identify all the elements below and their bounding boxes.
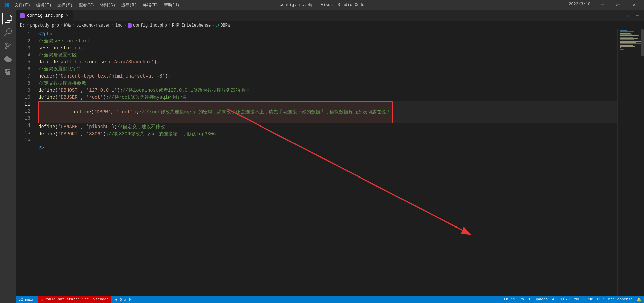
- notification-icon[interactable]: 🔔: [637, 297, 641, 302]
- git-icon[interactable]: [2, 40, 14, 52]
- main-layout: config.inc.php × ⟁ ⋯ D: › phpstudy_pro ›…: [0, 10, 644, 303]
- errors-count[interactable]: ⊗ 0 ⚠ 0: [115, 297, 131, 302]
- extensions-icon[interactable]: [2, 66, 14, 79]
- breadcrumb: D: › phpstudy_pro › WWW › pikachu-master…: [16, 22, 644, 29]
- close-button[interactable]: ✕: [626, 0, 641, 10]
- tab-filename: config.inc.php: [27, 13, 63, 18]
- language-status[interactable]: PHP: [587, 297, 593, 301]
- encoding-status[interactable]: UTF-8: [558, 297, 570, 301]
- line-ending-status[interactable]: CRLF: [574, 297, 582, 301]
- breadcrumb-drive[interactable]: D:: [20, 23, 25, 28]
- git-branch-status[interactable]: ⎇ main: [19, 297, 34, 302]
- active-tab[interactable]: config.inc.php ×: [16, 10, 73, 21]
- breadcrumb-filename[interactable]: config.inc.php: [133, 23, 167, 28]
- more-tabs-button[interactable]: ⋯: [633, 12, 641, 20]
- error-status[interactable]: ⊗ Could not start: See 'vscode': [38, 296, 111, 303]
- menu-terminal[interactable]: 终端(T): [140, 2, 161, 9]
- breadcrumb-pikachu[interactable]: pikachu-master: [76, 23, 110, 28]
- title-bar-left: 文件(F) 编辑(E) 选择(S) 查看(V) 转到(G) 运行(R) 终端(T…: [3, 2, 182, 9]
- minimize-button[interactable]: ─: [595, 0, 610, 10]
- status-bar-right: Ln 11, Col 1 Spaces: 4 UTF-8 CRLF PHP PH…: [504, 297, 642, 302]
- menu-help[interactable]: 帮助(H): [161, 2, 182, 9]
- code-line-12: define('DBNAME', 'pikachu');//自定义，建议不修改: [38, 123, 617, 131]
- code-line-3: session_start();: [38, 45, 617, 52]
- window-title: config.inc.php - Visual Studio Code: [280, 3, 364, 7]
- vscode-icon: [4, 2, 9, 8]
- code-line-10: define('DBUSER', 'root');//将root修改为连接mys…: [38, 94, 617, 101]
- spaces-status[interactable]: Spaces: 4: [535, 297, 554, 301]
- code-line-15: ?>: [38, 145, 617, 152]
- menu-run[interactable]: 运行(R): [119, 2, 140, 9]
- code-line-14: [38, 138, 617, 145]
- intelephense-status[interactable]: PHP Intelephense: [597, 297, 633, 301]
- status-bar-left: ⎇ main ⊗ Could not start: See 'vscode' ⊗…: [19, 296, 131, 303]
- code-line-4: //全局居设置时区: [38, 52, 617, 59]
- breadcrumb-www[interactable]: WWW: [64, 23, 71, 28]
- breadcrumb-file-icon: [128, 23, 132, 28]
- cursor-position[interactable]: Ln 11, Col 1: [504, 297, 531, 301]
- minimap: [617, 29, 644, 296]
- vertical-scrollbar[interactable]: [641, 29, 644, 296]
- menu-view[interactable]: 查看(V): [76, 2, 97, 9]
- scrollbar-thumb[interactable]: [641, 29, 644, 56]
- code-line-13: define('DBPORT', '3306');//将3306修改为mysql…: [38, 131, 617, 138]
- menu-select[interactable]: 选择(S): [55, 2, 75, 9]
- breadcrumb-intelephense[interactable]: PHP Intelephense: [172, 23, 211, 28]
- split-editor-button[interactable]: ⟁: [624, 12, 632, 20]
- status-bar: ⎇ main ⊗ Could not start: See 'vscode' ⊗…: [16, 296, 644, 303]
- title-bar: 文件(F) 编辑(E) 选择(S) 查看(V) 转到(G) 运行(R) 终端(T…: [0, 0, 644, 10]
- minimap-content: [620, 30, 643, 50]
- breadcrumb-inc[interactable]: inc: [115, 23, 123, 28]
- menu-goto[interactable]: 转到(G): [97, 2, 118, 9]
- code-editor[interactable]: 12345 678910 11 1213141516 <?php //全局ses…: [16, 29, 644, 296]
- menu-file[interactable]: 文件(F): [12, 2, 33, 9]
- search-icon[interactable]: [2, 26, 14, 38]
- tab-bar: config.inc.php × ⟁ ⋯: [16, 10, 644, 22]
- code-content[interactable]: <?php //全局session_start session_start();…: [33, 29, 617, 296]
- editor-area: config.inc.php × ⟁ ⋯ D: › phpstudy_pro ›…: [16, 10, 644, 303]
- code-line-11: define('DBPW', 'root');//将root修改为连接mysql…: [38, 101, 617, 123]
- code-line-8: //定义数据库连接参数: [38, 80, 617, 87]
- code-line-9: define('DBHOST', '127.0.0.1');//将localho…: [38, 87, 617, 94]
- code-line-2: //全局session_start: [38, 38, 617, 45]
- explorer-icon[interactable]: [2, 13, 14, 25]
- line-numbers: 12345 678910 11 1213141516: [16, 29, 33, 296]
- breadcrumb-phpstudy[interactable]: phpstudy_pro: [30, 23, 59, 28]
- error-text: Could not start: See 'vscode': [45, 297, 109, 301]
- debug-icon[interactable]: [2, 53, 14, 65]
- window-controls: ─ ▭ ✕: [595, 0, 641, 10]
- breadcrumb-dbpw[interactable]: DBPW: [220, 23, 230, 28]
- activity-bar: [0, 10, 16, 303]
- menu-bar: 文件(F) 编辑(E) 选择(S) 查看(V) 转到(G) 运行(R) 终端(T…: [12, 2, 182, 9]
- code-line-7: header('Content-type:text/html;charset=u…: [38, 73, 617, 80]
- tab-file-icon: [20, 13, 25, 18]
- tab-actions: ⟁ ⋯: [624, 10, 644, 21]
- menu-edit[interactable]: 编辑(E): [34, 2, 54, 9]
- code-line-16: [38, 152, 617, 159]
- tab-close-button[interactable]: ×: [65, 13, 69, 19]
- date-display: 2022/3/10: [569, 2, 590, 7]
- maximize-button[interactable]: ▭: [610, 0, 626, 10]
- breadcrumb-symbol-icon: ⬡: [216, 23, 219, 28]
- error-icon: ⊗: [41, 297, 43, 302]
- code-line-5: date_default_timezone_set('Asia/Shanghai…: [38, 59, 617, 66]
- code-line-1: <?php: [38, 31, 617, 38]
- code-line-6: //全局设置默认字符: [38, 66, 617, 73]
